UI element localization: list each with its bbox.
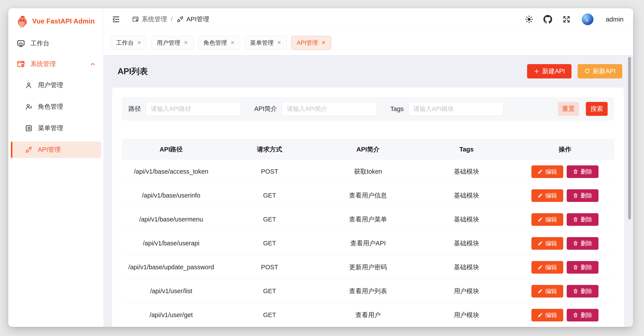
close-icon[interactable]: ✕ [230, 40, 235, 46]
delete-button[interactable]: 删除 [567, 189, 598, 202]
tab-label: API管理 [297, 39, 318, 47]
cell-api-path: /api/v1/base/update_password [122, 264, 220, 271]
cell-method: GET [220, 312, 319, 319]
top-bar: 系统管理 / API管理 [104, 8, 633, 30]
edit-button[interactable]: 编辑 [532, 166, 563, 178]
chick-mascot-icon [16, 15, 29, 28]
sidebar-item-system[interactable]: 系统管理 [11, 56, 101, 72]
edit-label: 编辑 [545, 192, 557, 199]
system-settings-icon [132, 16, 139, 23]
username[interactable]: admin [606, 16, 624, 23]
edit-label: 编辑 [545, 311, 557, 319]
column-header-actions: 操作 [516, 145, 614, 154]
edit-button[interactable]: 编辑 [532, 189, 563, 202]
cell-tags: 基础模块 [417, 239, 516, 248]
delete-button[interactable]: 删除 [567, 309, 598, 322]
sidebar-item-label: 用户管理 [38, 81, 63, 90]
cell-actions: 编辑 删除 [516, 213, 614, 226]
sidebar-item-roles[interactable]: 角色管理 [11, 98, 101, 115]
sidebar-item-api[interactable]: API管理 [11, 142, 101, 158]
tags-filter-label: Tags [390, 105, 404, 113]
app-title: Vue FastAPI Admin [32, 17, 95, 25]
delete-label: 删除 [580, 216, 592, 223]
table-header: API路径 请求方式 API简介 Tags 操作 [122, 139, 614, 160]
pencil-icon [538, 241, 543, 246]
filter-panel: 路径 API简介 Tags 重置 搜索 [122, 97, 614, 121]
sidebar-item-users[interactable]: 用户管理 [11, 77, 101, 93]
edit-label: 编辑 [545, 239, 557, 247]
page-content: API列表 新建API [104, 55, 633, 327]
refresh-api-label: 刷新API [593, 67, 616, 76]
tab-chip[interactable]: 角色管理 ✕ [198, 36, 240, 50]
table-row: /api/v1/base/update_password POST 更新用户密码… [122, 255, 614, 279]
sidebar-item-label: 角色管理 [38, 102, 63, 111]
close-icon[interactable]: ✕ [137, 40, 141, 46]
delete-button[interactable]: 删除 [567, 261, 598, 274]
close-icon[interactable]: ✕ [184, 40, 188, 46]
edit-button[interactable]: 编辑 [532, 285, 563, 298]
delete-label: 删除 [580, 192, 592, 199]
edit-button[interactable]: 编辑 [532, 237, 563, 250]
edit-button[interactable]: 编辑 [532, 309, 563, 322]
pencil-icon [538, 312, 543, 318]
tab-chip[interactable]: 菜单管理 ✕ [245, 36, 287, 50]
pencil-icon [538, 169, 543, 174]
cell-summary: 获取token [319, 167, 417, 176]
delete-button[interactable]: 删除 [567, 213, 598, 226]
delete-button[interactable]: 删除 [567, 166, 598, 178]
sidebar-item-workbench[interactable]: 工作台 [11, 36, 101, 51]
edit-button[interactable]: 编辑 [532, 261, 563, 274]
breadcrumb-item-api[interactable]: API管理 [176, 15, 209, 24]
sidebar-item-menus[interactable]: 菜单管理 [11, 120, 101, 137]
delete-label: 删除 [580, 168, 592, 175]
cell-actions: 编辑 删除 [516, 309, 614, 322]
pencil-icon [538, 265, 543, 270]
theme-sun-icon[interactable] [524, 14, 534, 24]
edit-button[interactable]: 编辑 [532, 213, 563, 226]
page-title: API列表 [118, 66, 148, 77]
github-icon[interactable] [543, 14, 552, 24]
table-row: /api/v1/user/list GET 查看用户列表 用户模块 编辑 [122, 279, 614, 303]
menu-fold-icon[interactable] [112, 15, 120, 24]
tab-chip[interactable]: 工作台 ✕ [110, 36, 147, 50]
fullscreen-icon[interactable] [562, 14, 571, 24]
tab-chip[interactable]: 用户管理 ✕ [151, 36, 193, 50]
cell-method: GET [220, 192, 319, 199]
delete-label: 删除 [580, 263, 592, 271]
table-body: /api/v1/base/access_token POST 获取token 基… [122, 160, 614, 327]
summary-filter-input[interactable] [282, 102, 377, 116]
breadcrumb-item-system[interactable]: 系统管理 [132, 15, 167, 24]
table-row: /api/v1/user/get GET 查看用户 用户模块 编辑 [122, 303, 614, 327]
summary-filter-label: API简介 [254, 105, 277, 113]
system-settings-icon [16, 60, 25, 68]
cell-actions: 编辑 删除 [516, 261, 614, 274]
cell-tags: 基础模块 [417, 191, 516, 200]
tags-filter-input[interactable] [408, 102, 503, 116]
user-avatar[interactable] [582, 13, 594, 25]
trash-icon [573, 265, 578, 270]
delete-button[interactable]: 删除 [567, 285, 598, 298]
sidebar-menu: 工作台 系统管理 [8, 36, 104, 158]
edit-label: 编辑 [545, 168, 557, 175]
user-role-icon [25, 103, 33, 111]
vertical-scrollbar[interactable] [628, 57, 631, 219]
reset-button[interactable]: 重置 [558, 102, 579, 116]
cell-tags: 基础模块 [417, 167, 516, 176]
sidebar-item-label: 系统管理 [30, 60, 56, 68]
cell-actions: 编辑 删除 [516, 285, 614, 298]
create-api-button[interactable]: 新建API [527, 64, 572, 78]
path-filter-input[interactable] [146, 102, 241, 116]
trash-icon [573, 169, 578, 174]
cell-summary: 查看用户菜单 [319, 215, 417, 224]
search-button[interactable]: 搜索 [586, 102, 608, 116]
trash-icon [573, 217, 578, 222]
delete-button[interactable]: 删除 [567, 237, 598, 250]
cell-method: POST [220, 168, 319, 175]
tab-chip[interactable]: API管理 ✕ [291, 36, 331, 50]
refresh-api-button[interactable]: 刷新API [578, 64, 622, 78]
app-logo[interactable]: Vue FastAPI Admin [8, 8, 104, 28]
delete-label: 删除 [580, 239, 592, 247]
cell-method: POST [220, 264, 319, 271]
close-icon[interactable]: ✕ [322, 40, 326, 46]
close-icon[interactable]: ✕ [277, 40, 281, 46]
